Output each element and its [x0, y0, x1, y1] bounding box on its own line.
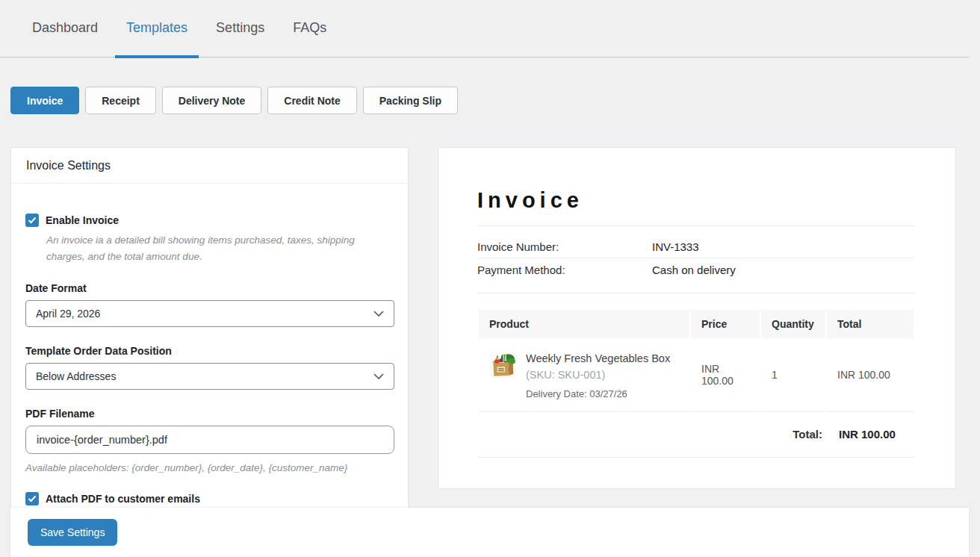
invoice-info-section: Invoice Number: INV-1333 Payment Method:…: [477, 235, 915, 293]
checkmark-icon: [28, 217, 37, 224]
nav-tab-dashboard[interactable]: Dashboard: [21, 0, 109, 58]
top-navigation: Dashboard Templates Settings FAQs: [0, 0, 969, 57]
settings-card-title: Invoice Settings: [11, 148, 408, 184]
enable-invoice-row: Enable Invoice: [25, 214, 394, 227]
invoice-totals-row: Total: INR 100.00: [477, 412, 915, 458]
product-sku: (SKU: SKU-001): [526, 369, 605, 381]
payment-method-label: Payment Method:: [477, 264, 652, 276]
payment-method-row: Payment Method: Cash on delivery: [477, 258, 915, 281]
save-settings-bar: Save Settings: [10, 508, 969, 557]
settings-card-body: Enable Invoice An invoice ia a detailed …: [11, 184, 408, 505]
pdf-filename-help: Available placeholders: {order_number}, …: [25, 462, 394, 473]
order-data-position-select[interactable]: Below Addresses: [25, 363, 394, 390]
order-data-position-label: Template Order Data Position: [25, 345, 394, 357]
invoice-number-row: Invoice Number: INV-1333: [477, 235, 915, 258]
items-header-row: Product Price Quantity Total: [479, 310, 914, 338]
enable-invoice-label: Enable Invoice: [46, 214, 119, 226]
attach-pdf-row: Attach PDF to customer emails: [25, 492, 394, 505]
date-format-label: Date Format: [25, 282, 394, 294]
chevron-down-icon: [373, 373, 384, 379]
col-header-total: Total: [827, 310, 914, 338]
product-thumbnail-vegetable-box: [489, 352, 516, 379]
date-format-select[interactable]: April 29, 2026: [25, 300, 394, 327]
item-price: INR 100.00: [691, 338, 760, 412]
checkmark-icon: [28, 495, 37, 502]
invoice-number-label: Invoice Number:: [477, 240, 652, 253]
nav-tab-faqs[interactable]: FAQs: [282, 0, 338, 58]
product-name: Weekly Fresh Vegetables Box: [526, 352, 670, 364]
invoice-preview-card: Invoice Invoice Number: INV-1333 Payment…: [438, 147, 956, 489]
save-settings-button[interactable]: Save Settings: [28, 519, 117, 546]
attach-pdf-checkbox[interactable]: [25, 492, 39, 505]
enable-invoice-checkbox[interactable]: [25, 214, 39, 227]
product-cell: Weekly Fresh Vegetables Box (SKU: SKU-00…: [489, 350, 679, 399]
template-tab-packing-slip[interactable]: Packing Slip: [363, 87, 458, 114]
pdf-filename-input[interactable]: [25, 426, 394, 454]
totals-label: Total:: [793, 428, 822, 441]
invoice-items-table: Product Price Quantity Total: [477, 310, 915, 412]
invoice-preview-title: Invoice: [477, 188, 915, 213]
template-tab-delivery-note[interactable]: Delivery Note: [162, 87, 261, 114]
invoice-number-value: INV-1333: [652, 240, 699, 253]
item-quantity: 1: [761, 338, 825, 412]
invoice-settings-card: Invoice Settings Enable Invoice An invoi…: [10, 147, 409, 557]
col-header-product: Product: [479, 310, 689, 338]
enable-invoice-description: An invoice ia a detailed bill showing it…: [46, 232, 394, 264]
product-delivery-date: Delivery Date: 03/27/26: [526, 388, 679, 399]
col-header-quantity: Quantity: [761, 310, 825, 338]
chevron-down-icon: [373, 311, 384, 317]
order-data-position-value: Below Addresses: [36, 370, 116, 382]
payment-method-value: Cash on delivery: [652, 264, 736, 276]
template-type-tabs: Invoice Receipt Delivery Note Credit Not…: [10, 87, 980, 114]
pdf-filename-label: PDF Filename: [25, 408, 394, 420]
template-preview-area: Invoice Invoice Number: INV-1333 Payment…: [435, 125, 969, 557]
product-text: Weekly Fresh Vegetables Box (SKU: SKU-00…: [526, 350, 679, 399]
totals-value: INR 100.00: [839, 428, 914, 441]
template-tab-receipt[interactable]: Receipt: [85, 87, 156, 114]
nav-tab-settings[interactable]: Settings: [205, 0, 276, 58]
template-tab-invoice[interactable]: Invoice: [10, 87, 79, 114]
col-header-price: Price: [691, 310, 760, 338]
divider: [477, 225, 915, 226]
attach-pdf-label: Attach PDF to customer emails: [46, 493, 200, 505]
item-row: Weekly Fresh Vegetables Box (SKU: SKU-00…: [479, 338, 914, 412]
date-format-value: April 29, 2026: [36, 308, 100, 320]
nav-tab-templates[interactable]: Templates: [115, 0, 199, 58]
item-total: INR 100.00: [827, 338, 914, 412]
template-tab-credit-note[interactable]: Credit Note: [267, 87, 356, 114]
